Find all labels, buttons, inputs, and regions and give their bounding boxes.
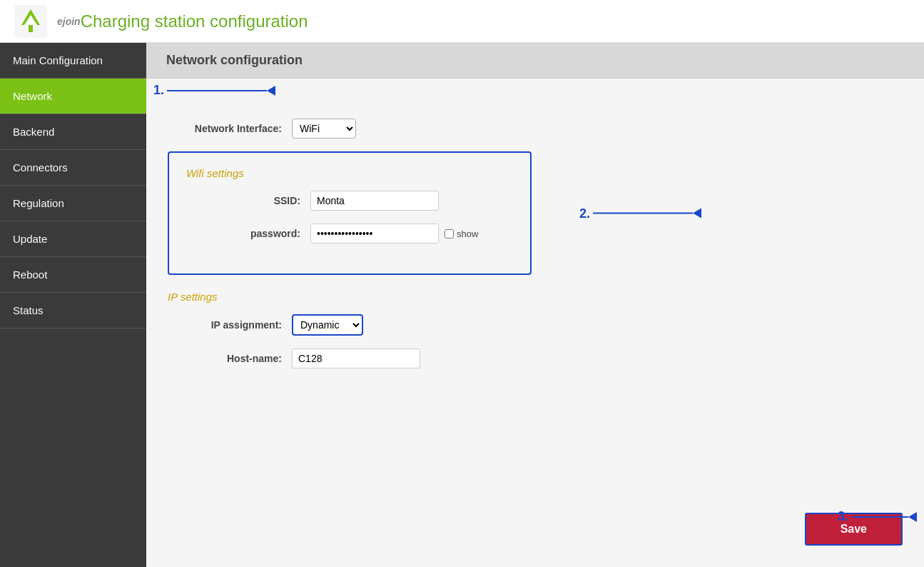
- ip-assignment-label: IP assignment:: [168, 319, 282, 331]
- show-password-checkbox[interactable]: [445, 229, 454, 239]
- annotation-3: 3.: [838, 509, 917, 524]
- sidebar-item-main-configuration[interactable]: Main Configuration: [0, 43, 146, 79]
- sidebar-item-network[interactable]: Network: [0, 79, 146, 114]
- wifi-settings-box: 2. Wifi settings SSID: password:: [168, 151, 532, 275]
- network-interface-select[interactable]: WiFi Ethernet 3G/4G: [292, 119, 356, 139]
- network-interface-label: Network Interface:: [168, 123, 282, 134]
- sidebar: Main Configuration Network Backend Conne…: [0, 43, 146, 567]
- password-input[interactable]: [310, 224, 439, 244]
- ssid-label: SSID:: [186, 195, 300, 206]
- content-area: 1. Network Interface: WiFi Ethernet 3G/4…: [146, 79, 924, 498]
- password-row: password: show: [186, 224, 513, 244]
- sidebar-item-reboot[interactable]: Reboot: [0, 257, 146, 293]
- annotation-2: 2.: [579, 206, 701, 221]
- section-title: Network configuration: [166, 53, 303, 67]
- sidebar-item-connectors[interactable]: Connectors: [0, 150, 146, 186]
- logo-text: ejoin: [57, 16, 81, 27]
- header: ejoin Charging station configuration: [0, 0, 924, 43]
- password-input-group: show: [310, 224, 478, 244]
- section-header: Network configuration: [146, 43, 924, 79]
- ip-settings-section: IP settings IP assignment: Dynamic Stati…: [168, 291, 903, 368]
- sidebar-item-update[interactable]: Update: [0, 221, 146, 257]
- logo-container: ejoin: [14, 5, 81, 38]
- page-title: Charging station configuration: [81, 11, 308, 31]
- ip-settings-title: IP settings: [168, 291, 903, 303]
- password-label: password:: [186, 228, 300, 239]
- hostname-row: Host-name:: [168, 348, 903, 368]
- wifi-settings-title: Wifi settings: [186, 167, 513, 179]
- svg-rect-3: [29, 25, 33, 32]
- ip-assignment-select[interactable]: Dynamic Static: [292, 314, 363, 336]
- save-area: 3. Save: [146, 498, 924, 567]
- annotation-1: 1.: [153, 83, 275, 98]
- ejoin-logo: [14, 5, 47, 38]
- ssid-input[interactable]: [310, 191, 439, 211]
- hostname-input[interactable]: [292, 348, 420, 368]
- ip-assignment-row: IP assignment: Dynamic Static: [168, 314, 903, 336]
- show-password-label[interactable]: show: [445, 229, 478, 239]
- sidebar-item-status[interactable]: Status: [0, 293, 146, 328]
- network-interface-row: Network Interface: WiFi Ethernet 3G/4G: [168, 119, 903, 139]
- body-container: Main Configuration Network Backend Conne…: [0, 43, 924, 567]
- sidebar-item-backend[interactable]: Backend: [0, 114, 146, 150]
- sidebar-item-regulation[interactable]: Regulation: [0, 186, 146, 221]
- hostname-label: Host-name:: [168, 353, 282, 364]
- main-content: Network configuration 1. Network Interfa…: [146, 43, 924, 567]
- ssid-row: SSID:: [186, 191, 513, 211]
